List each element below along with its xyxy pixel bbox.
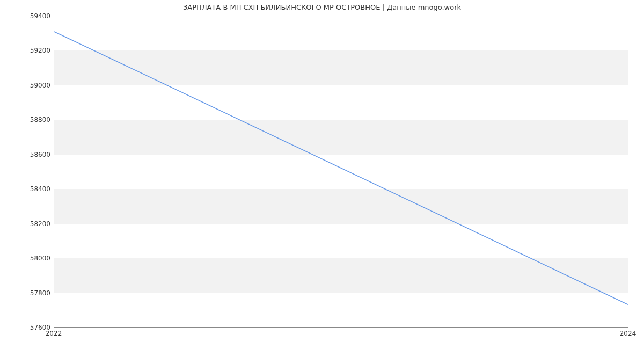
y-tick-label: 57800	[2, 289, 50, 297]
x-tick-label: 2022	[46, 330, 62, 337]
y-tick-label: 58000	[2, 255, 50, 262]
chart-container: ЗАРПЛАТА В МП СХП БИЛИБИНСКОГО МР ОСТРОВ…	[0, 0, 644, 349]
y-tick-label: 58800	[2, 116, 50, 123]
y-tick-label: 58400	[2, 185, 50, 193]
y-tick-label: 58600	[2, 151, 50, 158]
y-tick-label: 59000	[2, 82, 50, 89]
y-tick-label: 59200	[2, 47, 50, 54]
x-tick-label: 2024	[620, 330, 636, 337]
y-tick-label: 58200	[2, 220, 50, 228]
y-tick-label: 59400	[2, 12, 50, 20]
x-tick-mark	[54, 328, 54, 330]
y-tick-label: 57600	[2, 324, 50, 331]
line-series	[54, 16, 628, 327]
x-tick-mark	[628, 328, 628, 330]
chart-title: ЗАРПЛАТА В МП СХП БИЛИБИНСКОГО МР ОСТРОВ…	[0, 3, 644, 11]
plot-area	[54, 16, 628, 328]
